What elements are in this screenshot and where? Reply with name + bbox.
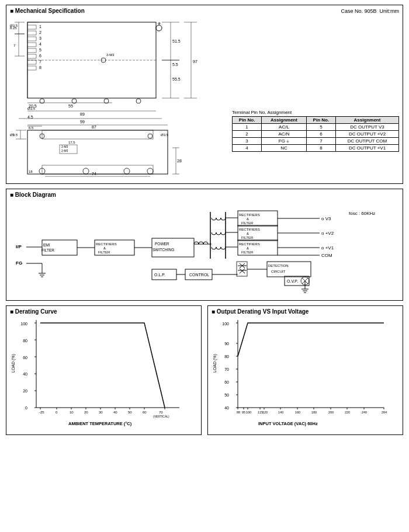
svg-text:120: 120	[262, 411, 268, 414]
svg-text:220: 220	[345, 411, 350, 414]
svg-text:O.V.P.: O.V.P.	[287, 279, 298, 283]
table-row: 4NC8DC OUTPUT +V1	[233, 145, 399, 152]
svg-text:o +V1: o +V1	[321, 245, 334, 251]
svg-point-80	[124, 168, 130, 174]
svg-text:18: 18	[29, 170, 33, 173]
svg-text:CIRCUIT: CIRCUIT	[271, 270, 286, 273]
svg-text:3: 3	[39, 36, 41, 40]
svg-text:RECTIFIERS: RECTIFIERS	[239, 228, 260, 231]
svg-point-79	[83, 168, 89, 174]
svg-rect-52	[27, 130, 168, 174]
svg-text:80: 80	[224, 354, 229, 359]
bottom-sections: ■ Derating Curve 0 20 40 60 80 100	[6, 305, 403, 435]
svg-text:FILTER: FILTER	[41, 248, 54, 252]
svg-text:160: 160	[295, 411, 300, 414]
svg-rect-53	[42, 130, 153, 139]
svg-text:70: 70	[224, 367, 229, 371]
svg-point-46	[136, 99, 141, 103]
svg-text:95: 95	[242, 411, 245, 414]
svg-rect-144	[237, 262, 247, 276]
table-cell: AC/N	[262, 131, 307, 138]
table-cell: DC OUTPUT +V2	[335, 131, 398, 138]
svg-text:140: 140	[278, 411, 283, 414]
mech-drawing-right: Terminal Pin No. Assignment Pin No. Assi…	[232, 16, 399, 181]
table-cell: FG ⏚	[262, 138, 307, 145]
table-cell: 2	[233, 131, 262, 138]
svg-rect-54	[42, 165, 153, 174]
svg-text:LOAD (%): LOAD (%)	[213, 354, 217, 373]
svg-text:200: 200	[328, 411, 334, 414]
svg-text:74: 74	[92, 172, 96, 176]
col-header-assign2: Assignment	[335, 117, 398, 124]
svg-text:fosc : 60KHz: fosc : 60KHz	[349, 211, 375, 216]
svg-text:2-M3: 2-M3	[61, 149, 68, 152]
svg-text:17.5: 17.5	[68, 141, 75, 144]
svg-text:DETECTION: DETECTION	[268, 264, 289, 267]
svg-text:FILTER: FILTER	[241, 236, 254, 239]
svg-text:Ø3.5: Ø3.5	[27, 107, 36, 110]
svg-text:264: 264	[382, 411, 387, 414]
svg-text:FILTER: FILTER	[98, 251, 110, 254]
mech-spec-section: ■ Mechanical Specification Case No. 905B…	[6, 5, 403, 184]
svg-text:RECTIFIERS: RECTIFIERS	[239, 213, 260, 217]
svg-text:RECTIFIERS: RECTIFIERS	[239, 242, 260, 246]
svg-text:EMI: EMI	[43, 243, 50, 247]
table-cell: AC/L	[262, 124, 307, 131]
block-diagram-section: ■ Block Diagram I/P FG EMI FILTER RECTIF…	[6, 189, 403, 301]
svg-text:o +V2: o +V2	[321, 231, 334, 236]
table-cell: DC OUTPUT V3	[335, 124, 398, 131]
svg-text:FILTER: FILTER	[241, 251, 254, 254]
case-number: Case No. 905B Unit:mm	[341, 8, 399, 14]
col-header-pin1: Pin No.	[233, 117, 262, 124]
svg-text:&: &	[247, 232, 249, 235]
svg-text:6: 6	[39, 54, 41, 58]
table-cell: 4	[233, 145, 262, 152]
output-derating-section: ■ Output Derating VS Input Voltage 40 50…	[207, 305, 403, 435]
svg-text:20: 20	[23, 389, 27, 393]
svg-point-56	[148, 134, 152, 138]
svg-text:SWITCHING: SWITCHING	[152, 248, 174, 252]
output-derating-chart: 40 50 60 70 80 90 100 LOAD (%)	[212, 317, 393, 431]
svg-text:40: 40	[23, 372, 27, 376]
svg-text:RECTIFIERS: RECTIFIERS	[96, 242, 117, 246]
svg-text:1: 1	[39, 25, 41, 29]
svg-text:&: &	[103, 246, 106, 250]
svg-text:20: 20	[84, 411, 88, 414]
svg-text:70: 70	[159, 411, 163, 414]
svg-text:LOAD (%): LOAD (%)	[11, 354, 16, 373]
svg-text:o V3: o V3	[321, 216, 331, 221]
svg-text:&: &	[247, 217, 249, 221]
table-cell: 8	[306, 145, 335, 152]
svg-text:51.5: 51.5	[172, 39, 181, 43]
table-row: 2AC/N6DC OUTPUT +V2	[233, 131, 399, 138]
svg-text:5: 5	[39, 48, 41, 52]
svg-text:50: 50	[224, 393, 229, 397]
mech-spec-title: ■ Mechanical Specification	[10, 8, 85, 14]
svg-text:7: 7	[13, 44, 16, 47]
svg-text:I/P: I/P	[16, 244, 22, 249]
table-row: 1AC/L5DC OUTPUT V3	[233, 124, 399, 131]
svg-text:28: 28	[177, 159, 182, 163]
svg-text:FILTER: FILTER	[241, 221, 254, 225]
svg-text:30: 30	[99, 411, 103, 414]
svg-text:10: 10	[70, 411, 74, 414]
svg-text:40: 40	[224, 406, 229, 410]
terminal-table: Pin No. Assignment Pin No. Assignment 1A…	[232, 116, 399, 152]
svg-text:CONTROL: CONTROL	[189, 273, 209, 277]
svg-text:88: 88	[237, 411, 240, 414]
svg-text:FG: FG	[16, 260, 22, 266]
svg-text:100: 100	[246, 411, 251, 414]
col-header-assign1: Assignment	[262, 117, 307, 124]
table-cell: DC OUTPUT COM	[335, 138, 398, 145]
output-derating-title: ■ Output Derating VS Input Voltage	[212, 308, 399, 315]
svg-text:100: 100	[222, 322, 229, 326]
svg-rect-90	[42, 240, 77, 255]
svg-text:60: 60	[23, 356, 27, 360]
svg-text:POWER: POWER	[155, 242, 169, 246]
svg-text:Ø3.5: Ø3.5	[10, 133, 18, 137]
table-cell: 7	[306, 138, 335, 145]
svg-text:2-M3: 2-M3	[61, 145, 68, 148]
table-cell: 1	[233, 124, 262, 131]
svg-text:4: 4	[39, 42, 41, 46]
svg-text:8: 8	[39, 65, 41, 69]
